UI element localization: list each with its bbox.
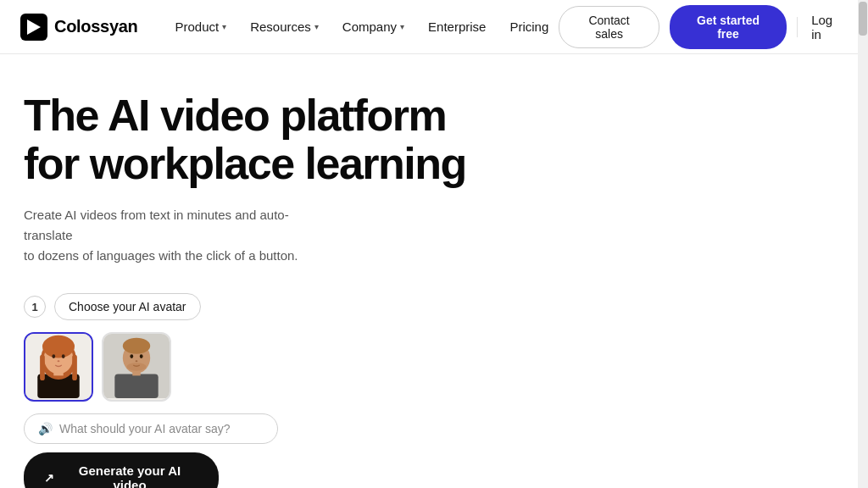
avatar-female[interactable]: [24, 332, 93, 402]
svg-point-18: [130, 355, 133, 359]
avatars-row: [24, 329, 278, 405]
navbar: Colossyan Product ▾ Resources ▾ Company …: [0, 0, 868, 54]
nav-resources[interactable]: Resources ▾: [240, 13, 329, 41]
generate-label: Generate your AI video: [61, 463, 198, 488]
svg-point-7: [42, 336, 75, 358]
text-input-placeholder: What should your AI avatar say?: [59, 422, 231, 435]
resources-chevron-icon: ▾: [314, 22, 319, 31]
svg-point-17: [123, 338, 150, 354]
hero-section: The AI video platform for workplace lear…: [0, 54, 868, 488]
nav-links: Product ▾ Resources ▾ Company ▾ Enterpri…: [164, 13, 559, 41]
step-row: 1 Choose your AI avatar: [24, 293, 278, 320]
scrollbar[interactable]: [858, 0, 868, 488]
svg-point-19: [140, 355, 143, 359]
svg-rect-11: [40, 355, 45, 380]
generate-icon: ↗: [44, 471, 54, 485]
female-avatar-image: [25, 332, 92, 400]
nav-actions: Contact sales Get started free Log in: [559, 5, 848, 49]
nav-company[interactable]: Company ▾: [332, 13, 415, 41]
svg-rect-14: [114, 374, 158, 399]
svg-point-20: [136, 361, 138, 363]
nav-enterprise[interactable]: Enterprise: [418, 13, 496, 41]
scrollbar-thumb[interactable]: [859, 2, 867, 36]
brand-name: Colossyan: [54, 17, 137, 36]
male-avatar-image: [103, 332, 170, 400]
avatar-male[interactable]: [102, 332, 171, 402]
choose-avatar-label: Choose your AI avatar: [54, 293, 201, 320]
contact-sales-button[interactable]: Contact sales: [559, 6, 659, 48]
hero-subtitle: Create AI videos from text in minutes an…: [24, 205, 329, 266]
demo-widget: 1 Choose your AI avatar: [24, 293, 278, 488]
nav-pricing[interactable]: Pricing: [499, 13, 559, 41]
logo-icon: [20, 14, 47, 41]
generate-button[interactable]: ↗ Generate your AI video: [24, 452, 219, 488]
get-started-button[interactable]: Get started free: [670, 5, 787, 49]
step-number: 1: [24, 296, 46, 318]
hero-title: The AI video platform for workplace lear…: [24, 92, 844, 188]
avatar-text-input[interactable]: 🔊 What should your AI avatar say?: [24, 413, 278, 444]
brand-logo[interactable]: Colossyan: [20, 14, 137, 41]
svg-point-10: [58, 361, 60, 363]
login-button[interactable]: Log in: [808, 6, 848, 48]
product-chevron-icon: ▾: [222, 22, 226, 31]
svg-rect-12: [72, 355, 77, 380]
svg-point-8: [52, 355, 55, 359]
svg-point-21: [127, 363, 147, 372]
speaker-icon: 🔊: [38, 422, 53, 435]
nav-divider: [797, 17, 798, 37]
nav-product[interactable]: Product ▾: [164, 13, 236, 41]
company-chevron-icon: ▾: [400, 22, 404, 31]
svg-point-9: [62, 355, 65, 359]
